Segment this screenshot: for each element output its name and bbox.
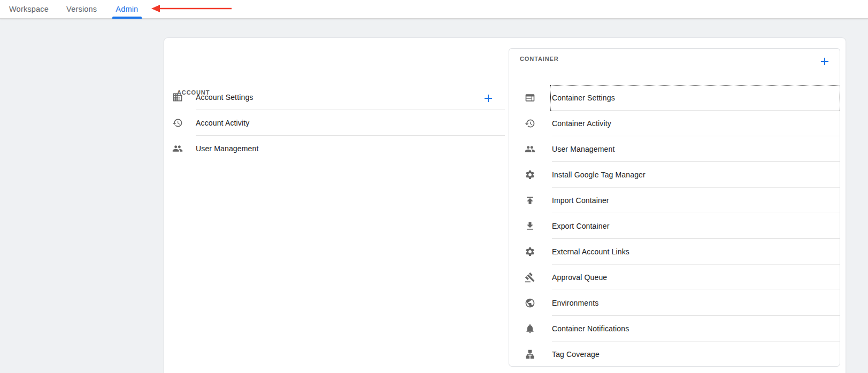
settings-icon: [525, 246, 535, 257]
web-icon: [525, 92, 535, 103]
people-icon: [525, 144, 535, 154]
globe-icon: [525, 298, 535, 308]
account-menu-list: Account Settings Account Activity User M…: [164, 84, 505, 161]
list-item-import-container[interactable]: Import Container: [509, 188, 840, 213]
list-item-label: User Management: [552, 145, 614, 153]
top-navigation: Workspace Versions Admin: [0, 0, 868, 19]
list-item-label: Approval Queue: [552, 273, 607, 282]
history-icon: [525, 118, 535, 129]
container-section-title: CONTAINER: [520, 56, 559, 62]
history-icon: [172, 118, 183, 128]
list-item-label: Account Settings: [196, 93, 253, 102]
list-item-label: Import Container: [552, 196, 609, 205]
people-icon: [172, 143, 183, 154]
tab-versions[interactable]: Versions: [66, 0, 97, 19]
list-item-label: Container Notifications: [552, 324, 629, 333]
settings-icon: [525, 169, 535, 180]
list-item-external-account-links[interactable]: External Account Links: [509, 239, 840, 265]
list-item-label: External Account Links: [552, 247, 629, 256]
tab-workspace[interactable]: Workspace: [9, 0, 49, 19]
list-item-container-notifications[interactable]: Container Notifications: [509, 316, 840, 341]
list-item-account-settings[interactable]: Account Settings: [164, 84, 505, 110]
list-item-label: Account Activity: [196, 119, 249, 127]
list-item-install-google-tag-manager[interactable]: Install Google Tag Manager: [509, 162, 840, 188]
list-item-user-management[interactable]: User Management: [164, 136, 505, 161]
list-item-account-activity[interactable]: Account Activity: [164, 110, 505, 136]
upload-icon: [525, 195, 535, 206]
download-icon: [525, 221, 535, 231]
list-item-container-settings[interactable]: Container Settings: [509, 85, 840, 111]
list-item-label: Export Container: [552, 222, 609, 230]
list-item-approval-queue[interactable]: Approval Queue: [509, 265, 840, 290]
list-item-label: Container Settings: [552, 94, 615, 102]
list-item-tag-coverage[interactable]: Tag Coverage: [509, 341, 840, 367]
domain-icon: [172, 92, 183, 103]
plus-icon: [818, 55, 831, 68]
list-item-label: Environments: [552, 299, 598, 307]
admin-panel-card: ACCOUNT Account Settings Account Activit…: [164, 37, 846, 373]
add-container-button[interactable]: [818, 55, 831, 68]
list-item-user-management[interactable]: User Management: [509, 136, 840, 162]
gavel-icon: [525, 272, 535, 283]
list-item-label: Container Activity: [552, 119, 611, 128]
list-item-environments[interactable]: Environments: [509, 290, 840, 316]
bell-icon: [525, 323, 535, 334]
list-item-label: Tag Coverage: [552, 350, 600, 359]
container-menu-list: Container Settings Container Activity Us…: [509, 85, 840, 367]
list-item-label: Install Google Tag Manager: [552, 170, 646, 179]
list-item-container-activity[interactable]: Container Activity: [509, 111, 840, 136]
list-item-export-container[interactable]: Export Container: [509, 213, 840, 239]
lan-icon: [525, 349, 535, 360]
list-item-label: User Management: [196, 144, 258, 153]
tab-admin[interactable]: Admin: [116, 0, 138, 19]
container-section-card: CONTAINER Container Settings Container A…: [509, 48, 840, 367]
